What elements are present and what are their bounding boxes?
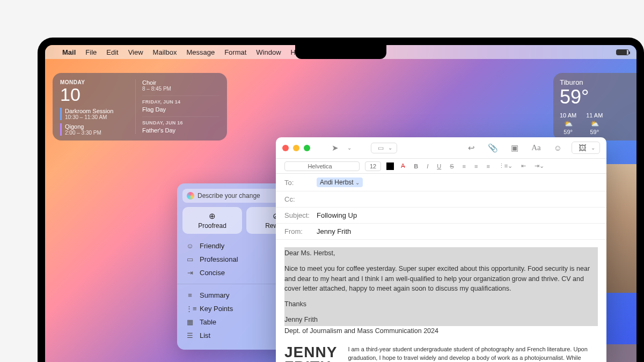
menubar-format[interactable]: Format (224, 48, 246, 56)
briefcase-icon: ▭ (186, 255, 194, 263)
hour-temp: 59° (564, 129, 573, 135)
proofread-button[interactable]: ⊕ Proofread (182, 207, 242, 234)
menubar-edit[interactable]: Edit (106, 48, 118, 56)
resume-first: JENNY (284, 345, 337, 360)
from-row[interactable]: From: Jenny Frith (276, 224, 606, 240)
from-label: From: (284, 227, 317, 235)
insert-image-icon[interactable]: ▣ (508, 143, 522, 153)
menubar-mailbox[interactable]: Mailbox (153, 48, 177, 56)
subject-value: Following Up (317, 211, 357, 219)
minimize-button[interactable] (293, 145, 299, 151)
magnify-icon: ⊕ (185, 211, 240, 221)
table-icon: ▦ (186, 318, 194, 326)
cc-row[interactable]: Cc: (276, 191, 606, 208)
resume-attachment[interactable]: JENNY FRITH I am a third-year student un… (284, 345, 598, 362)
weather-widget[interactable]: Tiburon 59° 10 AM ⛅ 59° 11 AM ⛅ 59° (553, 73, 636, 141)
chevron-down-icon: ⌄ (590, 145, 596, 151)
strike-icon[interactable]: A̶ (399, 162, 407, 169)
align-right-icon[interactable]: ≡ (485, 163, 491, 169)
from-value: Jenny Frith (317, 227, 351, 235)
italic-button[interactable]: I (425, 163, 430, 169)
recipient-name: Andi Herbst (320, 179, 354, 186)
chevron-down-icon[interactable]: ⌄ (355, 180, 360, 186)
event-title: Choir (142, 79, 219, 86)
menubar-window[interactable]: Window (256, 48, 281, 56)
cloud-sun-icon: ⛅ (564, 120, 573, 128)
body-thanks: Thanks (284, 299, 598, 309)
header-fields-toggle[interactable]: ▭⌄ (371, 143, 397, 153)
header-icon: ▭ (375, 144, 387, 152)
mail-compose-window: ➤ ⌄ ▭⌄ ↩ 📎 ▣ Aa ☺ 🖼⌄ Helvetica 12 A̶ B I… (276, 137, 606, 362)
calendar-widget[interactable]: MONDAY 10 Darkroom Session 10:30 – 11:30… (53, 73, 227, 141)
laptop-frame: Mail File Edit View Mailbox Message Form… (38, 38, 644, 362)
mail-headers: To: Andi Herbst ⌄ Cc: Subject: Following… (276, 174, 606, 240)
smile-icon: ☺ (186, 242, 194, 250)
align-center-icon[interactable]: ≡ (473, 163, 479, 169)
event-time: 2:00 – 3:30 PM (65, 130, 135, 136)
selected-text[interactable]: Dear Ms. Herbst, Nice to meet you for co… (284, 247, 598, 326)
list-icon: ☰ (186, 331, 194, 339)
cc-label: Cc: (284, 195, 317, 203)
item-label: Summary (200, 291, 230, 299)
sparkle-icon (187, 192, 194, 200)
menubar-view[interactable]: View (128, 48, 143, 56)
font-selector[interactable]: Helvetica (284, 161, 360, 171)
item-label: List (200, 331, 210, 339)
format-icon[interactable]: Aa (528, 143, 544, 152)
send-icon[interactable]: ➤ (328, 143, 342, 153)
zoom-button[interactable] (304, 145, 310, 151)
calendar-dayhead: FRIDAY, JUN 14 (142, 95, 219, 105)
battery-icon[interactable] (616, 49, 629, 55)
subject-row[interactable]: Subject: Following Up (276, 208, 606, 224)
calendar-event[interactable]: Qigong 2:00 – 3:30 PM (60, 123, 135, 136)
calendar-item[interactable]: Father's Day (142, 127, 219, 134)
signature-dept: Dept. of Journalism and Mass Communicati… (284, 326, 598, 336)
underline-button[interactable]: U (435, 163, 443, 169)
calendar-event[interactable]: Darkroom Session 10:30 – 11:30 AM (60, 108, 135, 120)
hour-label: 10 AM (560, 112, 576, 119)
align-left-icon[interactable]: ≡ (461, 163, 467, 169)
resume-last: FRITH (284, 360, 337, 362)
item-label: Professional (200, 255, 238, 263)
calendar-dayhead: SUNDAY, JUN 16 (142, 116, 219, 125)
menubar-app[interactable]: Mail (62, 48, 76, 56)
desktop: Mail File Edit View Mailbox Message Form… (45, 45, 636, 362)
indent-button[interactable]: ⇥⌄ (533, 162, 546, 169)
to-row[interactable]: To: Andi Herbst ⌄ (276, 174, 606, 191)
signature-name: Jenny Frith (284, 316, 318, 323)
event-title: Darkroom Session (65, 108, 135, 114)
attach-icon[interactable]: 📎 (485, 143, 501, 153)
outdent-button[interactable]: ⇤ (519, 162, 528, 169)
mail-body[interactable]: Dear Ms. Herbst, Nice to meet you for co… (276, 240, 606, 362)
menubar-file[interactable]: File (85, 48, 97, 56)
weather-city: Tiburon (560, 78, 630, 86)
list-button[interactable]: ⋮≡⌄ (497, 162, 514, 169)
body-paragraph: Nice to meet you for coffee yesterday. S… (284, 264, 598, 294)
item-label: Friendly (200, 242, 224, 250)
resume-text: I am a third-year student undergraduate … (348, 345, 598, 362)
menubar-message[interactable]: Message (186, 48, 215, 56)
photos-icon: 🖼 (575, 143, 590, 152)
event-time: 10:30 – 11:30 AM (65, 114, 135, 120)
window-titlebar[interactable]: ➤ ⌄ ▭⌄ ↩ 📎 ▣ Aa ☺ 🖼⌄ (276, 137, 606, 159)
send-menu-caret[interactable]: ⌄ (346, 145, 353, 151)
format-bar: Helvetica 12 A̶ B I U S ≡ ≡ ≡ ⋮≡⌄ ⇤ ⇥⌄ (276, 159, 606, 174)
emoji-icon[interactable]: ☺ (551, 143, 565, 152)
calendar-dayname: MONDAY (60, 79, 135, 85)
calendar-item[interactable]: Flag Day (142, 106, 219, 113)
reply-icon[interactable]: ↩ (465, 143, 478, 153)
bullets-icon: ⋮≡ (186, 305, 194, 313)
text-color[interactable] (386, 162, 394, 170)
event-title: Qigong (65, 123, 135, 130)
calendar-event[interactable]: Choir 8 – 8:45 PM (142, 79, 219, 92)
strikethrough-button[interactable]: S (448, 163, 455, 169)
recipient-pill[interactable]: Andi Herbst ⌄ (317, 178, 363, 187)
font-size-selector[interactable]: 12 (365, 161, 381, 171)
close-button[interactable] (282, 145, 289, 151)
describe-placeholder: Describe your change (197, 192, 260, 200)
bold-button[interactable]: B (412, 163, 420, 169)
media-browser-button[interactable]: 🖼⌄ (572, 142, 600, 154)
item-label: Concise (200, 269, 225, 277)
hour-temp: 59° (590, 129, 599, 135)
compress-icon: ⇥ (186, 269, 194, 277)
